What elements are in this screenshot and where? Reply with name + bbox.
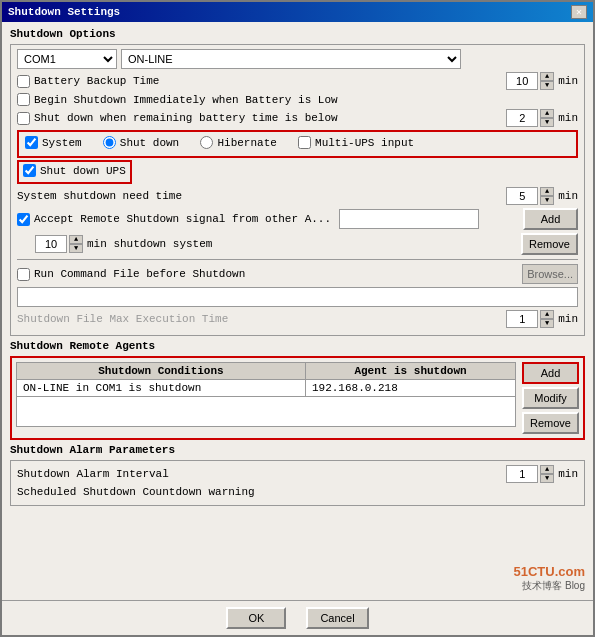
remaining-label: Shut down when remaining battery time is… bbox=[34, 112, 338, 124]
divider1 bbox=[17, 259, 578, 260]
remaining-min: min bbox=[558, 112, 578, 124]
file-max-input[interactable] bbox=[506, 310, 538, 328]
run-command-row: Run Command File before Shutdown Browse.… bbox=[17, 264, 578, 284]
alarm-interval-min: min bbox=[558, 468, 578, 480]
file-max-spinner: ▲ ▼ bbox=[506, 310, 554, 328]
modify-button[interactable]: Modify bbox=[522, 387, 579, 409]
add-agents-button[interactable]: Add bbox=[522, 362, 579, 384]
hibernate-label: Hibernate bbox=[217, 137, 276, 149]
remote-agents-title: Shutdown Remote Agents bbox=[10, 340, 585, 352]
table-row[interactable]: ON-LINE in COM1 is shutdown 192.168.0.21… bbox=[16, 380, 516, 397]
system-shutdown-row: System shutdown need time ▲ ▼ min bbox=[17, 187, 578, 205]
com-dropdown[interactable]: COM1 bbox=[17, 49, 117, 69]
scheduled-countdown-row: Scheduled Shutdown Countdown warning bbox=[17, 486, 578, 498]
main-window: Shutdown Settings ✕ Shutdown Options COM… bbox=[0, 0, 595, 637]
col-agent: Agent is shutdown bbox=[306, 363, 515, 379]
battery-backup-input[interactable] bbox=[506, 72, 538, 90]
hibernate-radio[interactable] bbox=[200, 136, 213, 149]
browse-button[interactable]: Browse... bbox=[522, 264, 578, 284]
min-shutdown-spin-btns: ▲ ▼ bbox=[69, 235, 83, 253]
alarm-interval-spinner: ▲ ▼ bbox=[506, 465, 554, 483]
system-shutdown-input[interactable] bbox=[506, 187, 538, 205]
alarm-interval-spin-btns: ▲ ▼ bbox=[540, 465, 554, 483]
accept-remote-checkbox[interactable] bbox=[17, 213, 30, 226]
run-command-label: Run Command File before Shutdown bbox=[34, 268, 245, 280]
watermark: 51CTU.com 技术博客 Blog bbox=[513, 564, 585, 593]
system-checkbox[interactable] bbox=[25, 136, 38, 149]
sys-shutdown-up[interactable]: ▲ bbox=[540, 187, 554, 196]
table-cell-agent: 192.168.0.218 bbox=[306, 380, 515, 396]
alarm-params-title: Shutdown Alarm Parameters bbox=[10, 444, 585, 456]
battery-backup-checkbox[interactable] bbox=[17, 75, 30, 88]
remove-button-top[interactable]: Remove bbox=[521, 233, 578, 255]
file-max-up[interactable]: ▲ bbox=[540, 310, 554, 319]
shutdown-options-group: COM1 ON-LINE Battery Backup Time ▲ ▼ bbox=[10, 44, 585, 336]
shutdown-radio-label: Shut down bbox=[120, 137, 179, 149]
cancel-button[interactable]: Cancel bbox=[306, 607, 368, 629]
table-cell-condition: ON-LINE in COM1 is shutdown bbox=[17, 380, 306, 396]
table-header: Shutdown Conditions Agent is shutdown bbox=[16, 362, 516, 380]
system-shutdown-spin-btns: ▲ ▼ bbox=[540, 187, 554, 205]
system-radio-row: System Shut down Hibernate Multi-UPS inp… bbox=[25, 136, 570, 149]
online-dropdown[interactable]: ON-LINE bbox=[121, 49, 461, 69]
alarm-interval-up[interactable]: ▲ bbox=[540, 465, 554, 474]
alarm-interval-input[interactable] bbox=[506, 465, 538, 483]
sys-shutdown-down[interactable]: ▼ bbox=[540, 196, 554, 205]
system-options-group: System Shut down Hibernate Multi-UPS inp… bbox=[17, 130, 578, 158]
remaining-spin-btns: ▲ ▼ bbox=[540, 109, 554, 127]
file-max-spin-btns: ▲ ▼ bbox=[540, 310, 554, 328]
min-shutdown-label: min shutdown system bbox=[87, 238, 212, 250]
battery-backup-down[interactable]: ▼ bbox=[540, 81, 554, 90]
remaining-down[interactable]: ▼ bbox=[540, 118, 554, 127]
shutdown-ups-label: Shut down UPS bbox=[40, 165, 126, 177]
multi-ups-label: Multi-UPS input bbox=[315, 137, 414, 149]
battery-backup-spin-btns: ▲ ▼ bbox=[540, 72, 554, 90]
remove-agents-button[interactable]: Remove bbox=[522, 412, 579, 434]
window-title: Shutdown Settings bbox=[8, 6, 120, 18]
min-shutdown-down[interactable]: ▼ bbox=[69, 244, 83, 253]
battery-backup-row: Battery Backup Time ▲ ▼ min bbox=[17, 72, 578, 90]
remaining-checkbox[interactable] bbox=[17, 112, 30, 125]
shutdown-options-title: Shutdown Options bbox=[10, 28, 585, 40]
system-shutdown-spinner: ▲ ▼ bbox=[506, 187, 554, 205]
accept-remote-input[interactable] bbox=[339, 209, 479, 229]
shutdown-ups-checkbox[interactable] bbox=[23, 164, 36, 177]
run-command-checkbox[interactable] bbox=[17, 268, 30, 281]
alarm-interval-down[interactable]: ▼ bbox=[540, 474, 554, 483]
file-path-input[interactable] bbox=[17, 287, 578, 307]
file-max-down[interactable]: ▼ bbox=[540, 319, 554, 328]
remaining-up[interactable]: ▲ bbox=[540, 109, 554, 118]
min-shutdown-up[interactable]: ▲ bbox=[69, 235, 83, 244]
system-shutdown-label: System shutdown need time bbox=[17, 190, 182, 202]
shutdown-ups-row: Shut down UPS bbox=[23, 164, 126, 177]
min-shutdown-row: ▲ ▼ min shutdown system Remove bbox=[17, 233, 578, 255]
agents-outer: Shutdown Conditions Agent is shutdown ON… bbox=[16, 362, 579, 434]
multi-ups-checkbox[interactable] bbox=[298, 136, 311, 149]
battery-backup-spinner: ▲ ▼ bbox=[506, 72, 554, 90]
min-shutdown-spinner: ▲ ▼ bbox=[35, 235, 83, 253]
sys-shutdown-min: min bbox=[558, 190, 578, 202]
alarm-interval-label: Shutdown Alarm Interval bbox=[17, 468, 169, 480]
close-button[interactable]: ✕ bbox=[571, 5, 587, 19]
add-button-top[interactable]: Add bbox=[523, 208, 578, 230]
table-empty-row bbox=[16, 397, 516, 427]
com-row: COM1 ON-LINE bbox=[17, 49, 578, 69]
file-path-row bbox=[17, 287, 578, 307]
ok-button[interactable]: OK bbox=[226, 607, 286, 629]
agents-table-area: Shutdown Conditions Agent is shutdown ON… bbox=[16, 362, 516, 434]
min-shutdown-input[interactable] bbox=[35, 235, 67, 253]
col-condition: Shutdown Conditions bbox=[17, 363, 306, 379]
scheduled-countdown-label: Scheduled Shutdown Countdown warning bbox=[17, 486, 255, 498]
watermark-sublabel: 技术博客 Blog bbox=[513, 579, 585, 593]
begin-shutdown-checkbox[interactable] bbox=[17, 93, 30, 106]
shutdownradio[interactable] bbox=[103, 136, 116, 149]
remote-agents-table-section: Shutdown Conditions Agent is shutdown ON… bbox=[10, 356, 585, 440]
battery-backup-up[interactable]: ▲ bbox=[540, 72, 554, 81]
agents-btn-area: Add Modify Remove bbox=[522, 362, 579, 434]
title-bar: Shutdown Settings ✕ bbox=[2, 2, 593, 22]
file-max-row: Shutdown File Max Execution Time ▲ ▼ min bbox=[17, 310, 578, 328]
watermark-site: 51CTU.com bbox=[513, 564, 585, 579]
alarm-interval-row: Shutdown Alarm Interval ▲ ▼ min bbox=[17, 465, 578, 483]
remaining-input[interactable] bbox=[506, 109, 538, 127]
bottom-bar: OK Cancel bbox=[2, 600, 593, 635]
